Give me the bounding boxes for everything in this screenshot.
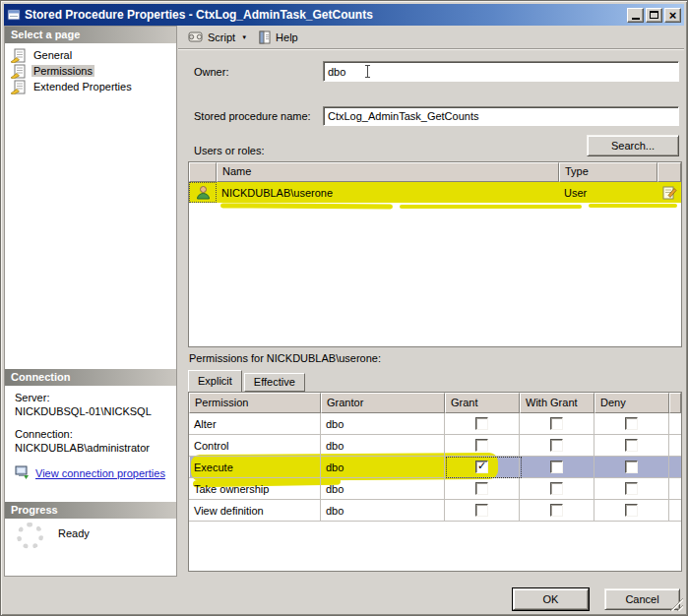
page-icon [10, 48, 27, 63]
tab-explicit[interactable]: Explicit [188, 370, 242, 392]
permissions-tabs: Explicit Effective [188, 370, 307, 392]
deny-checkbox[interactable] [625, 504, 638, 517]
tab-effective[interactable]: Effective [244, 373, 305, 392]
close-icon: × [669, 10, 677, 21]
connection-value: NICKDUBLAB\administrator [15, 441, 173, 455]
script-button[interactable]: Script ▼ [183, 29, 251, 45]
help-label: Help [276, 31, 298, 43]
sidebar: Select a page General Permissions Extend… [4, 26, 177, 577]
users-col-name[interactable]: Name [217, 162, 559, 182]
user-icon [196, 185, 211, 200]
app-icon [7, 8, 21, 22]
grant-checkbox[interactable] [475, 504, 488, 517]
perm-col-with-grant[interactable]: With Grant [520, 393, 594, 413]
minimize-button[interactable] [627, 8, 644, 23]
permission-cell: Control [189, 435, 321, 457]
permission-row-take-ownership[interactable]: Take ownership dbo [189, 478, 681, 500]
permission-row-execute[interactable]: Execute dbo [189, 457, 681, 478]
stored-procedure-name-value: CtxLog_AdminTask_GetCounts [328, 110, 478, 122]
owner-value: dbo [328, 66, 345, 78]
search-button[interactable]: Search... [587, 135, 679, 156]
view-connection-properties-link[interactable]: View connection properties [35, 466, 165, 480]
stored-procedure-name-label: Stored procedure name: [194, 110, 311, 122]
with-grant-checkbox[interactable] [550, 504, 563, 517]
deny-checkbox[interactable] [625, 482, 638, 495]
script-label: Script [208, 31, 235, 43]
deny-checkbox[interactable] [625, 461, 638, 473]
perm-col-filler [669, 393, 681, 413]
progress-status: Ready [58, 527, 90, 549]
page-icon [10, 80, 27, 94]
grantor-cell: dbo [321, 457, 445, 478]
grantor-cell: dbo [321, 500, 445, 522]
grantor-cell: dbo [321, 435, 445, 457]
help-icon [258, 31, 272, 44]
permissions-for-label: Permissions for NICKDUBLAB\userone: [189, 352, 381, 364]
users-or-roles-table: Name Type NICKDUBLAB\userone User [188, 161, 682, 347]
text-cursor-ibeam [367, 65, 368, 78]
title-bar[interactable]: Stored Procedure Properties - CtxLog_Adm… [4, 4, 684, 26]
sidebar-item-permissions[interactable]: Permissions [5, 63, 176, 79]
deny-checkbox[interactable] [625, 439, 638, 452]
window-title: Stored Procedure Properties - CtxLog_Adm… [25, 8, 623, 22]
cancel-button[interactable]: Cancel [604, 588, 680, 610]
with-grant-checkbox[interactable] [550, 482, 563, 495]
connection-properties-icon [15, 465, 31, 480]
sidebar-item-label: Extended Properties [31, 81, 134, 92]
perm-col-permission[interactable]: Permission [189, 393, 321, 413]
select-page-header: Select a page [5, 27, 176, 43]
stored-procedure-properties-dialog: Stored Procedure Properties - CtxLog_Adm… [0, 0, 688, 616]
yellow-marker-smudge [589, 204, 677, 208]
progress-spinner-icon [17, 523, 43, 549]
connection-label: Connection: [15, 427, 173, 441]
sidebar-item-general[interactable]: General [5, 47, 176, 63]
stored-procedure-name-input[interactable]: CtxLog_AdminTask_GetCounts [323, 106, 679, 126]
perm-col-grant[interactable]: Grant [445, 393, 520, 413]
perm-col-grantor[interactable]: Grantor [321, 393, 445, 413]
connection-header: Connection [5, 369, 176, 386]
close-button[interactable]: × [664, 8, 681, 23]
permissions-table: Permission Grantor Grant With Grant Deny… [188, 392, 682, 572]
deny-checkbox[interactable] [625, 417, 638, 430]
grantor-cell: dbo [321, 413, 445, 435]
permission-cell: Execute [189, 457, 321, 478]
help-button[interactable]: Help [254, 29, 302, 46]
owner-label: Owner: [194, 66, 228, 78]
permission-row-control[interactable]: Control dbo [189, 435, 681, 457]
user-type-cell: User [559, 182, 657, 203]
yellow-marker-smudge [220, 203, 393, 209]
users-col-type[interactable]: Type [559, 162, 657, 182]
toolbar: Script ▼ Help [178, 26, 684, 49]
edit-icon[interactable] [662, 185, 677, 200]
grant-checkbox[interactable] [475, 439, 488, 452]
user-name-cell: NICKDUBLAB\userone [217, 182, 559, 203]
user-row-nickdublab-userone[interactable]: NICKDUBLAB\userone User [189, 182, 681, 203]
server-value: NICKDUBSQL-01\NICKSQL [15, 404, 173, 418]
permission-cell: Take ownership [189, 478, 321, 500]
grant-cell-focus-outline [446, 457, 522, 478]
with-grant-checkbox[interactable] [550, 417, 563, 430]
grant-checkbox[interactable] [475, 417, 488, 430]
users-col-icon[interactable] [189, 162, 217, 182]
users-col-extra[interactable] [657, 162, 681, 182]
grant-checkbox[interactable] [475, 482, 488, 495]
with-grant-checkbox[interactable] [550, 439, 563, 452]
grantor-cell: dbo [321, 478, 445, 500]
maximize-button[interactable] [646, 8, 662, 23]
sidebar-item-label: Permissions [31, 65, 94, 77]
permission-row-alter[interactable]: Alter dbo [189, 413, 681, 435]
script-dropdown-arrow[interactable]: ▼ [241, 34, 247, 40]
server-label: Server: [15, 391, 173, 404]
with-grant-checkbox[interactable] [550, 461, 563, 473]
script-icon [187, 31, 204, 43]
permission-cell: Alter [189, 413, 321, 435]
owner-input[interactable]: dbo [323, 61, 679, 82]
page-icon [10, 64, 27, 79]
sidebar-item-label: General [31, 49, 74, 61]
progress-header: Progress [5, 502, 176, 519]
permission-cell: View definition [189, 500, 321, 522]
perm-col-deny[interactable]: Deny [594, 393, 669, 413]
sidebar-item-extended-properties[interactable]: Extended Properties [5, 79, 176, 94]
permission-row-view-definition[interactable]: View definition dbo [189, 500, 681, 522]
ok-button[interactable]: OK [513, 588, 589, 610]
